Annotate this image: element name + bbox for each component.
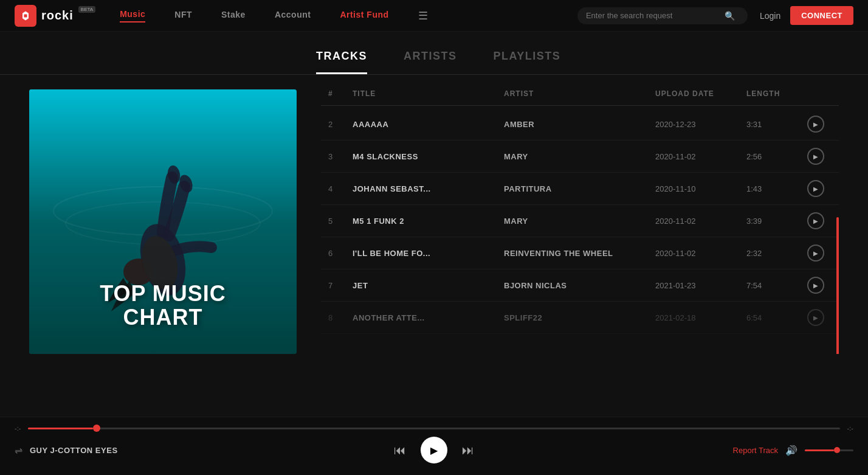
volume-thumb[interactable] xyxy=(834,447,840,453)
nav-artist-fund[interactable]: Artist Fund xyxy=(340,10,388,22)
time-start: -:- xyxy=(15,425,21,432)
svg-rect-0 xyxy=(24,14,27,17)
connect-button[interactable]: CONNECT xyxy=(790,6,853,25)
col-artist: ARTIST xyxy=(504,89,655,98)
col-length: LENGTH xyxy=(746,89,807,98)
table-row[interactable]: 8 ANOTHER ATTE... SPLIFF22 2021-02-18 6:… xyxy=(321,302,839,334)
track-play-button[interactable]: ▶ xyxy=(807,244,824,262)
nav-right: Login CONNECT xyxy=(760,6,853,25)
table-row[interactable]: 3 M4 SLACKNESS MARY 2020-11-02 2:56 ▶ xyxy=(321,140,839,173)
track-length: 2:32 xyxy=(746,249,807,258)
search-bar: 🔍 xyxy=(577,7,748,24)
album-section: TOP MUSIC CHART xyxy=(29,89,297,354)
track-play-button[interactable]: ▶ xyxy=(807,148,824,165)
search-input[interactable] xyxy=(586,11,720,20)
col-title: TITLE xyxy=(353,89,504,98)
volume-fill xyxy=(805,449,834,451)
nav-links: Music NFT Stake Account Artist Fund ☰ xyxy=(120,9,565,23)
hamburger-icon[interactable]: ☰ xyxy=(418,9,428,23)
nav-nft[interactable]: NFT xyxy=(174,10,192,22)
player-controls: ⇌ GUY J-COTTON EYES ⏮ ▶ ⏭ Report Track 🔊 xyxy=(15,437,853,471)
volume-track[interactable] xyxy=(805,449,853,451)
track-title: M5 1 FUNK 2 xyxy=(353,217,504,226)
track-artist: REINVENTING THE WHEEL xyxy=(504,249,655,258)
logo-wordmark: rocki xyxy=(41,9,74,23)
nav-stake[interactable]: Stake xyxy=(221,10,246,22)
table-row[interactable]: 4 JOHANN SEBAST... PARTITURA 2020-11-10 … xyxy=(321,173,839,205)
shuffle-icon[interactable]: ⇌ xyxy=(15,445,22,456)
tracks-section: # TITLE ARTIST UPLOAD DATE LENGTH 2 AAAA… xyxy=(321,89,839,354)
track-length: 7:54 xyxy=(746,281,807,290)
track-date: 2020-11-02 xyxy=(655,249,746,258)
scroll-indicator xyxy=(836,217,839,354)
album-art: TOP MUSIC CHART xyxy=(29,89,297,354)
login-button[interactable]: Login xyxy=(760,11,780,21)
track-list: 2 AAAAAA AMBER 2020-12-23 3:31 ▶ 3 M4 SL… xyxy=(321,108,839,334)
beta-badge: BETA xyxy=(78,6,95,13)
track-play-button[interactable]: ▶ xyxy=(807,277,824,294)
nav-music[interactable]: Music xyxy=(120,9,145,23)
track-title: M4 SLACKNESS xyxy=(353,152,504,161)
track-artist: SPLIFF22 xyxy=(504,313,655,322)
tab-artists[interactable]: ARTISTS xyxy=(404,50,457,74)
bottom-player: -:- -:- ⇌ GUY J-COTTON EYES ⏮ ▶ ⏭ Report… xyxy=(0,417,868,475)
track-title: I'LL BE HOME FO... xyxy=(353,249,504,258)
tabs-header: TRACKS ARTISTS PLAYLISTS xyxy=(0,32,868,75)
next-button[interactable]: ⏭ xyxy=(462,443,474,457)
time-end: -:- xyxy=(847,425,853,432)
track-number: 3 xyxy=(328,152,353,161)
play-pause-button[interactable]: ▶ xyxy=(421,437,447,463)
player-right: Report Track 🔊 xyxy=(671,445,853,456)
col-date: UPLOAD DATE xyxy=(655,89,746,98)
track-artist: MARY xyxy=(504,152,655,161)
now-playing-label: GUY J-COTTON EYES xyxy=(30,446,118,455)
tab-tracks[interactable]: TRACKS xyxy=(316,50,367,74)
volume-icon[interactable]: 🔊 xyxy=(785,445,797,456)
track-artist: BJORN NICLAS xyxy=(504,281,655,290)
prev-button[interactable]: ⏮ xyxy=(394,443,406,457)
report-track-link[interactable]: Report Track xyxy=(733,446,778,455)
progress-track[interactable] xyxy=(28,428,839,429)
navigation: rocki BETA Music NFT Stake Account Artis… xyxy=(0,0,868,32)
track-play-button[interactable]: ▶ xyxy=(807,116,824,133)
album-overlay: TOP MUSIC CHART xyxy=(29,282,297,330)
track-number: 5 xyxy=(328,217,353,226)
logo-svg xyxy=(19,10,32,22)
table-row[interactable]: 5 M5 1 FUNK 2 MARY 2020-11-02 3:39 ▶ xyxy=(321,205,839,237)
track-number: 7 xyxy=(328,281,353,290)
progress-thumb[interactable] xyxy=(93,425,100,432)
track-number: 2 xyxy=(328,120,353,129)
track-title: AAAAAA xyxy=(353,120,504,129)
track-length: 6:54 xyxy=(746,313,807,322)
track-number: 8 xyxy=(328,313,353,322)
album-background: TOP MUSIC CHART xyxy=(29,89,297,354)
table-row[interactable]: 2 AAAAAA AMBER 2020-12-23 3:31 ▶ xyxy=(321,108,839,140)
track-length: 1:43 xyxy=(746,184,807,193)
player-center: ⏮ ▶ ⏭ xyxy=(394,437,474,463)
player-left: ⇌ GUY J-COTTON EYES xyxy=(15,445,197,456)
track-date: 2020-11-02 xyxy=(655,217,746,226)
track-artist: PARTITURA xyxy=(504,184,655,193)
track-number: 4 xyxy=(328,184,353,193)
table-row[interactable]: 6 I'LL BE HOME FO... REINVENTING THE WHE… xyxy=(321,237,839,269)
track-length: 2:56 xyxy=(746,152,807,161)
track-length: 3:39 xyxy=(746,217,807,226)
search-icon[interactable]: 🔍 xyxy=(725,11,735,21)
track-date: 2021-01-23 xyxy=(655,281,746,290)
logo-icon xyxy=(15,5,36,27)
track-play-button[interactable]: ▶ xyxy=(807,309,824,326)
tab-playlists[interactable]: PLAYLISTS xyxy=(494,50,561,74)
track-play-button[interactable]: ▶ xyxy=(807,212,824,229)
track-title: ANOTHER ATTE... xyxy=(353,313,504,322)
table-row[interactable]: 7 JET BJORN NICLAS 2021-01-23 7:54 ▶ xyxy=(321,269,839,302)
logo[interactable]: rocki BETA xyxy=(15,5,95,27)
table-header: # TITLE ARTIST UPLOAD DATE LENGTH xyxy=(321,89,839,106)
track-title: JOHANN SEBAST... xyxy=(353,184,504,193)
track-artist: MARY xyxy=(504,217,655,226)
col-num: # xyxy=(328,89,353,98)
progress-bar-area: -:- -:- xyxy=(15,417,853,437)
track-play-button[interactable]: ▶ xyxy=(807,180,824,197)
nav-account[interactable]: Account xyxy=(275,10,311,22)
track-artist: AMBER xyxy=(504,120,655,129)
track-date: 2021-02-18 xyxy=(655,313,746,322)
